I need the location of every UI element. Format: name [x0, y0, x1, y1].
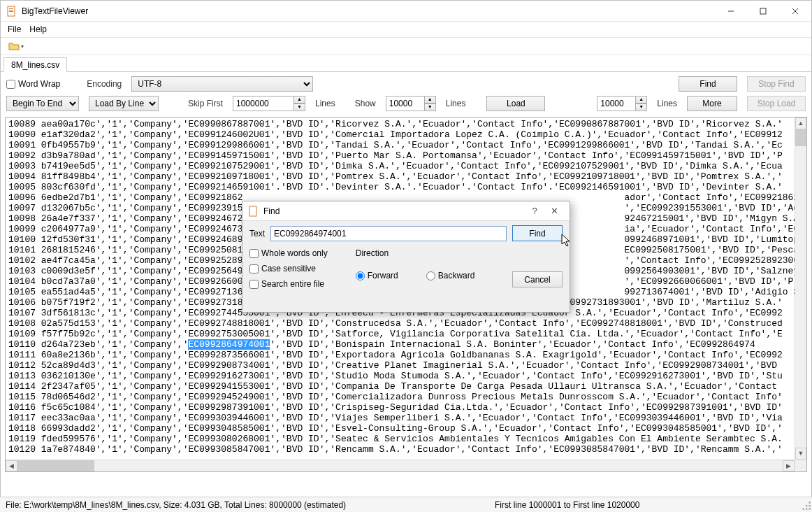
- find-dialog: Find ? ✕ Text Find Whole words only Case…: [242, 201, 570, 313]
- direction-label: Direction: [356, 248, 475, 258]
- tab-strip: 8M_lines.csv: [1, 55, 811, 72]
- menu-help[interactable]: Help: [29, 24, 47, 34]
- spinner-down-icon[interactable]: ▼: [294, 104, 305, 111]
- stop-load-button: Stop Load: [747, 96, 806, 111]
- word-wrap-input[interactable]: [6, 80, 15, 89]
- hscroll-thumb[interactable]: [17, 460, 94, 471]
- window-title: BigTextFileViewer: [22, 6, 88, 16]
- word-wrap-checkbox[interactable]: Word Wrap: [6, 79, 60, 89]
- svg-rect-8: [809, 502, 811, 503]
- more-input[interactable]: [597, 96, 636, 111]
- show-label: Show: [355, 99, 376, 108]
- spinner-down-icon[interactable]: ▼: [425, 104, 436, 111]
- more-button[interactable]: More: [687, 96, 737, 111]
- scroll-corner: [795, 460, 806, 471]
- show-spinner[interactable]: ▲▼: [386, 96, 436, 111]
- svg-rect-3: [9, 11, 13, 12]
- find-text-label: Text: [249, 229, 265, 239]
- encoding-select[interactable]: UTF-8: [131, 76, 313, 92]
- lines-label-3: Lines: [657, 99, 677, 108]
- file-tab-label: 8M_lines.csv: [11, 60, 59, 70]
- find-dialog-icon: [248, 206, 259, 217]
- svg-rect-10: [809, 505, 811, 506]
- find-help-button[interactable]: ?: [525, 206, 544, 216]
- svg-rect-1: [9, 8, 13, 9]
- find-button[interactable]: Find: [679, 76, 737, 92]
- options-row-1: Word Wrap Encoding UTF-8 Find Stop Find: [1, 72, 811, 96]
- svg-rect-14: [249, 206, 256, 216]
- find-close-button[interactable]: ✕: [544, 206, 564, 216]
- spinner-up-icon[interactable]: ▲: [294, 96, 305, 104]
- maximize-button[interactable]: [747, 1, 779, 22]
- show-input[interactable]: [386, 96, 425, 111]
- status-file-info: File: E:\work\temp\8M_lines\8M_lines.csv…: [0, 500, 489, 510]
- find-dialog-title: Find: [263, 206, 280, 216]
- whole-words-checkbox[interactable]: Whole words only: [249, 248, 328, 258]
- encoding-label: Encoding: [87, 79, 122, 89]
- vscroll-thumb[interactable]: [795, 129, 806, 146]
- lines-label-2: Lines: [446, 99, 466, 108]
- svg-rect-9: [806, 505, 807, 506]
- options-row-2: Begin To End Load By Line Skip First ▲▼ …: [1, 96, 811, 115]
- scroll-right-icon[interactable]: ▶: [783, 460, 795, 471]
- horizontal-scrollbar[interactable]: ◀ ▶: [6, 460, 795, 471]
- case-sensitive-checkbox[interactable]: Case sensitive: [249, 264, 328, 273]
- dropdown-triangle-icon: ▾: [21, 43, 24, 50]
- more-spinner[interactable]: ▲▼: [597, 96, 647, 111]
- app-icon: [6, 6, 17, 17]
- status-range-info: First line 1000001 to First line 1020000: [489, 500, 645, 510]
- status-bar: File: E:\work\temp\8M_lines\8M_lines.csv…: [0, 497, 812, 512]
- svg-rect-5: [760, 8, 766, 14]
- find-cancel-button[interactable]: Cancel: [512, 271, 563, 287]
- minimize-button[interactable]: [715, 1, 747, 22]
- vertical-scrollbar[interactable]: ▲ ▼: [795, 118, 806, 460]
- skip-first-spinner[interactable]: ▲▼: [233, 96, 305, 111]
- scroll-left-icon[interactable]: ◀: [6, 460, 17, 471]
- spinner-up-icon[interactable]: ▲: [425, 96, 436, 104]
- svg-rect-11: [803, 508, 804, 509]
- toolbar-open: ▾: [1, 37, 811, 55]
- open-file-button[interactable]: ▾: [5, 38, 27, 54]
- load-button[interactable]: Load: [486, 96, 545, 111]
- menubar: File Help: [1, 22, 811, 37]
- window-titlebar: BigTextFileViewer: [1, 1, 811, 22]
- find-dialog-find-button[interactable]: Find: [512, 225, 563, 241]
- file-tab[interactable]: 8M_lines.csv: [3, 57, 67, 72]
- folder-open-icon: [8, 41, 20, 52]
- spinner-down-icon[interactable]: ▼: [636, 104, 647, 111]
- svg-rect-2: [9, 10, 13, 10]
- begin-end-select[interactable]: Begin To End: [6, 96, 79, 111]
- search-entire-checkbox[interactable]: Search entire file: [249, 279, 328, 289]
- lines-label-1: Lines: [315, 99, 335, 108]
- resize-grip-icon[interactable]: [799, 499, 812, 511]
- load-mode-select[interactable]: Load By Line: [89, 96, 159, 111]
- menu-file[interactable]: File: [8, 24, 21, 34]
- stop-find-button: Stop Find: [747, 76, 806, 92]
- spinner-up-icon[interactable]: ▲: [636, 96, 647, 104]
- scroll-down-icon[interactable]: ▼: [795, 448, 806, 460]
- find-dialog-titlebar[interactable]: Find ? ✕: [242, 201, 570, 221]
- forward-radio[interactable]: Forward: [356, 271, 398, 280]
- svg-rect-13: [809, 508, 811, 509]
- backward-radio[interactable]: Backward: [426, 271, 475, 280]
- close-button[interactable]: [779, 1, 811, 22]
- find-text-input[interactable]: [270, 226, 507, 241]
- scroll-up-icon[interactable]: ▲: [795, 118, 806, 129]
- skip-first-input[interactable]: [233, 96, 294, 111]
- svg-rect-12: [806, 508, 807, 509]
- word-wrap-label: Word Wrap: [18, 79, 60, 89]
- skip-first-label: Skip First: [188, 99, 223, 108]
